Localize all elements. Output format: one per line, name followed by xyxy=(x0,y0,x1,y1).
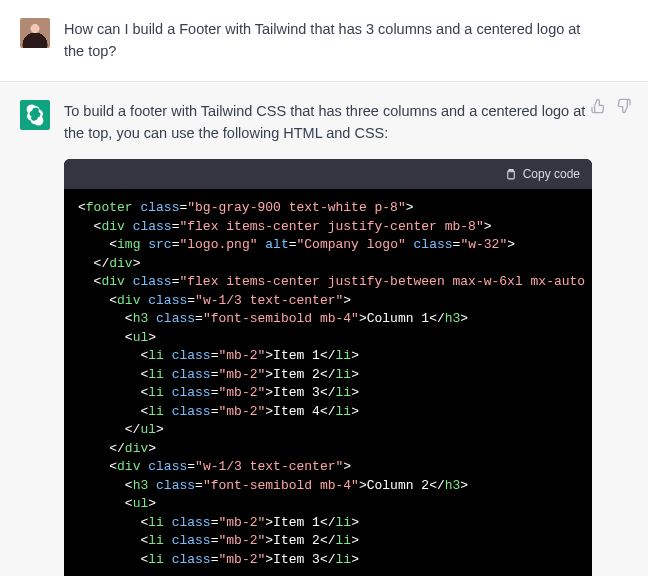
feedback-buttons xyxy=(590,98,632,118)
user-message-text: How can I build a Footer with Tailwind t… xyxy=(64,18,628,63)
code-content: <footer class="bg-gray-900 text-white p-… xyxy=(64,189,592,576)
thumbs-up-icon xyxy=(590,98,606,114)
assistant-message-row: To build a footer with Tailwind CSS that… xyxy=(0,82,648,576)
copy-code-label: Copy code xyxy=(523,165,580,184)
clipboard-icon xyxy=(504,168,517,181)
conversation: How can I build a Footer with Tailwind t… xyxy=(0,0,648,576)
assistant-message-text: To build a footer with Tailwind CSS that… xyxy=(64,100,592,145)
assistant-avatar xyxy=(20,100,50,130)
openai-icon xyxy=(24,104,46,126)
user-message-row: How can I build a Footer with Tailwind t… xyxy=(0,0,648,82)
assistant-message-body: To build a footer with Tailwind CSS that… xyxy=(64,100,628,576)
thumbs-up-button[interactable] xyxy=(590,98,606,118)
code-block: Copy code <footer class="bg-gray-900 tex… xyxy=(64,159,592,576)
thumbs-down-icon xyxy=(616,98,632,114)
user-avatar xyxy=(20,18,50,48)
thumbs-down-button[interactable] xyxy=(616,98,632,118)
copy-code-button[interactable]: Copy code xyxy=(64,159,592,190)
